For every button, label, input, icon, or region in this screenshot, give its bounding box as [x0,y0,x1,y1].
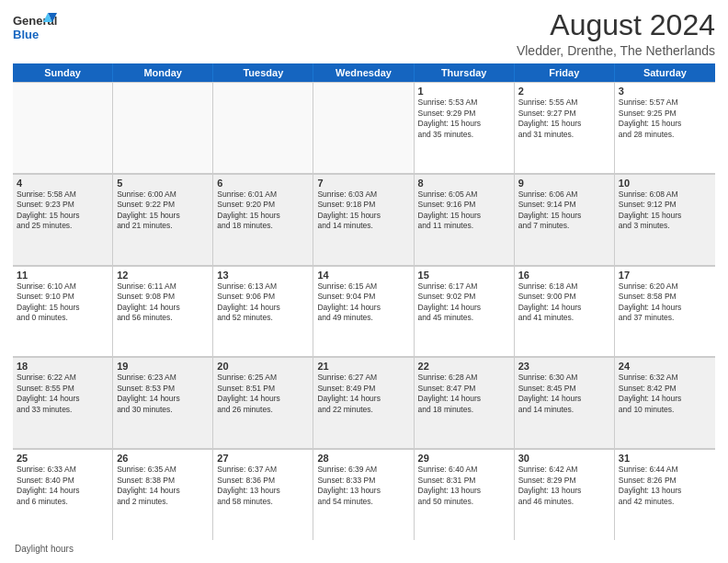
weekday-header: Tuesday [213,63,313,82]
cell-info: Sunrise: 6:10 AM Sunset: 9:10 PM Dayligh… [17,282,108,324]
calendar-cell: 10Sunrise: 6:08 AM Sunset: 9:12 PM Dayli… [615,174,715,265]
cell-info: Sunrise: 6:37 AM Sunset: 8:36 PM Dayligh… [217,465,309,507]
cell-info: Sunrise: 6:20 AM Sunset: 8:58 PM Dayligh… [619,282,711,324]
cell-info: Sunrise: 6:33 AM Sunset: 8:40 PM Dayligh… [17,465,108,507]
weekday-header: Saturday [615,63,715,82]
day-number: 31 [619,453,711,464]
calendar-cell: 26Sunrise: 6:35 AM Sunset: 8:38 PM Dayli… [113,449,213,540]
day-number: 16 [518,270,610,281]
calendar-cell [13,82,113,173]
cell-info: Sunrise: 6:01 AM Sunset: 9:20 PM Dayligh… [217,190,309,232]
cell-info: Sunrise: 6:23 AM Sunset: 8:53 PM Dayligh… [117,373,209,415]
day-number: 14 [317,270,409,281]
calendar-cell: 3Sunrise: 5:57 AM Sunset: 9:25 PM Daylig… [615,82,715,173]
calendar-cell [313,82,414,173]
calendar-cell: 28Sunrise: 6:39 AM Sunset: 8:33 PM Dayli… [313,449,414,540]
cell-info: Sunrise: 6:30 AM Sunset: 8:45 PM Dayligh… [518,373,610,415]
calendar-cell: 12Sunrise: 6:11 AM Sunset: 9:08 PM Dayli… [113,266,213,357]
calendar-cell: 9Sunrise: 6:06 AM Sunset: 9:14 PM Daylig… [515,174,615,265]
day-number: 7 [317,178,409,189]
cell-info: Sunrise: 6:22 AM Sunset: 8:55 PM Dayligh… [17,373,108,415]
calendar-cell: 17Sunrise: 6:20 AM Sunset: 8:58 PM Dayli… [615,266,715,357]
cell-info: Sunrise: 6:00 AM Sunset: 9:22 PM Dayligh… [117,190,209,232]
calendar-week-row: 25Sunrise: 6:33 AM Sunset: 8:40 PM Dayli… [13,449,715,540]
day-number: 19 [117,361,209,372]
day-number: 17 [619,270,711,281]
calendar-cell: 30Sunrise: 6:42 AM Sunset: 8:29 PM Dayli… [515,449,615,540]
calendar-cell: 19Sunrise: 6:23 AM Sunset: 8:53 PM Dayli… [113,357,213,448]
day-number: 12 [117,270,209,281]
weekday-header: Friday [515,63,615,82]
calendar-cell: 16Sunrise: 6:18 AM Sunset: 9:00 PM Dayli… [515,266,615,357]
cell-info: Sunrise: 5:57 AM Sunset: 9:25 PM Dayligh… [619,98,711,140]
day-number: 27 [217,453,309,464]
cell-info: Sunrise: 6:18 AM Sunset: 9:00 PM Dayligh… [518,282,610,324]
main-title: August 2024 [517,9,715,41]
weekday-header: Monday [113,63,213,82]
weekday-header: Sunday [13,63,113,82]
calendar-body: 1Sunrise: 5:53 AM Sunset: 9:29 PM Daylig… [13,82,715,540]
day-number: 22 [418,361,510,372]
logo-area: General Blue [13,9,59,44]
calendar-cell: 7Sunrise: 6:03 AM Sunset: 9:18 PM Daylig… [313,174,414,265]
cell-info: Sunrise: 6:08 AM Sunset: 9:12 PM Dayligh… [619,190,711,232]
calendar-week-row: 4Sunrise: 5:58 AM Sunset: 9:23 PM Daylig… [13,174,715,266]
cell-info: Sunrise: 6:40 AM Sunset: 8:31 PM Dayligh… [418,465,510,507]
page: General Blue August 2024 Vledder, Drenth… [0,0,728,563]
weekday-header: Wednesday [313,63,414,82]
cell-info: Sunrise: 6:11 AM Sunset: 9:08 PM Dayligh… [117,282,209,324]
cell-info: Sunrise: 6:25 AM Sunset: 8:51 PM Dayligh… [217,373,309,415]
day-number: 30 [518,453,610,464]
calendar-cell: 25Sunrise: 6:33 AM Sunset: 8:40 PM Dayli… [13,449,113,540]
cell-info: Sunrise: 6:42 AM Sunset: 8:29 PM Dayligh… [518,465,610,507]
day-number: 5 [117,178,209,189]
cell-info: Sunrise: 6:32 AM Sunset: 8:42 PM Dayligh… [619,373,711,415]
day-number: 6 [217,178,309,189]
calendar-cell: 18Sunrise: 6:22 AM Sunset: 8:55 PM Dayli… [13,357,113,448]
day-number: 24 [619,361,711,372]
day-number: 21 [317,361,409,372]
calendar-cell: 4Sunrise: 5:58 AM Sunset: 9:23 PM Daylig… [13,174,113,265]
cell-info: Sunrise: 5:53 AM Sunset: 9:29 PM Dayligh… [418,98,510,140]
day-number: 11 [17,270,108,281]
cell-info: Sunrise: 5:58 AM Sunset: 9:23 PM Dayligh… [17,190,108,232]
calendar-cell: 20Sunrise: 6:25 AM Sunset: 8:51 PM Dayli… [213,357,313,448]
day-number: 25 [17,453,108,464]
day-number: 8 [418,178,510,189]
cell-info: Sunrise: 6:05 AM Sunset: 9:16 PM Dayligh… [418,190,510,232]
calendar-header: SundayMondayTuesdayWednesdayThursdayFrid… [13,63,715,82]
calendar-week-row: 18Sunrise: 6:22 AM Sunset: 8:55 PM Dayli… [13,357,715,449]
day-number: 28 [317,453,409,464]
day-number: 23 [518,361,610,372]
calendar-cell: 6Sunrise: 6:01 AM Sunset: 9:20 PM Daylig… [213,174,313,265]
calendar-cell: 13Sunrise: 6:13 AM Sunset: 9:06 PM Dayli… [213,266,313,357]
cell-info: Sunrise: 6:39 AM Sunset: 8:33 PM Dayligh… [317,465,409,507]
calendar-cell: 23Sunrise: 6:30 AM Sunset: 8:45 PM Dayli… [515,357,615,448]
cell-info: Sunrise: 6:03 AM Sunset: 9:18 PM Dayligh… [317,190,409,232]
cell-info: Sunrise: 6:35 AM Sunset: 8:38 PM Dayligh… [117,465,209,507]
cell-info: Sunrise: 6:06 AM Sunset: 9:14 PM Dayligh… [518,190,610,232]
calendar-cell: 5Sunrise: 6:00 AM Sunset: 9:22 PM Daylig… [113,174,213,265]
calendar-cell: 21Sunrise: 6:27 AM Sunset: 8:49 PM Dayli… [313,357,414,448]
calendar-cell: 2Sunrise: 5:55 AM Sunset: 9:27 PM Daylig… [515,82,615,173]
day-number: 29 [418,453,510,464]
day-number: 20 [217,361,309,372]
calendar-cell: 14Sunrise: 6:15 AM Sunset: 9:04 PM Dayli… [313,266,414,357]
weekday-header: Thursday [415,63,515,82]
calendar-cell: 8Sunrise: 6:05 AM Sunset: 9:16 PM Daylig… [415,174,515,265]
calendar-cell: 15Sunrise: 6:17 AM Sunset: 9:02 PM Dayli… [415,266,515,357]
cell-info: Sunrise: 6:15 AM Sunset: 9:04 PM Dayligh… [317,282,409,324]
day-number: 18 [17,361,108,372]
calendar-cell: 1Sunrise: 5:53 AM Sunset: 9:29 PM Daylig… [415,82,515,173]
day-number: 26 [117,453,209,464]
calendar-cell: 31Sunrise: 6:44 AM Sunset: 8:26 PM Dayli… [615,449,715,540]
day-number: 2 [518,86,610,97]
day-number: 10 [619,178,711,189]
calendar-week-row: 11Sunrise: 6:10 AM Sunset: 9:10 PM Dayli… [13,266,715,358]
cell-info: Sunrise: 6:28 AM Sunset: 8:47 PM Dayligh… [418,373,510,415]
cell-info: Sunrise: 5:55 AM Sunset: 9:27 PM Dayligh… [518,98,610,140]
calendar-cell: 24Sunrise: 6:32 AM Sunset: 8:42 PM Dayli… [615,357,715,448]
header: General Blue August 2024 Vledder, Drenth… [13,9,715,58]
cell-info: Sunrise: 6:27 AM Sunset: 8:49 PM Dayligh… [317,373,409,415]
cell-info: Sunrise: 6:44 AM Sunset: 8:26 PM Dayligh… [619,465,711,507]
